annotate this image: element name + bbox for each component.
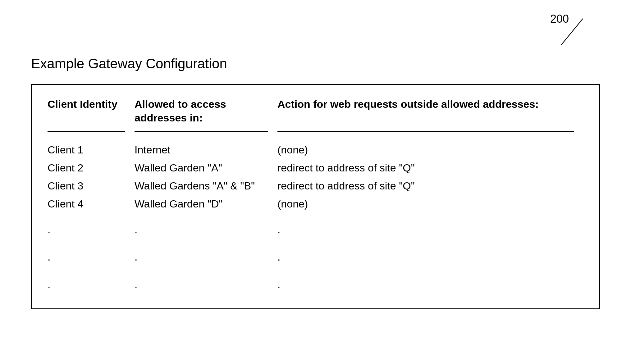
col-action-data: (none) redirect to address of site "Q" r… (277, 141, 583, 213)
table-row: Client 2 (48, 159, 128, 177)
table-header-row: Client Identity Allowed to access addres… (48, 97, 583, 125)
col-client-identity-data: Client 1 Client 2 Client 3 Client 4 (48, 141, 135, 213)
table-row: redirect to address of site "Q" (277, 159, 577, 177)
continuation-dots-2: · · · (48, 250, 583, 268)
dot-col3-2: · (277, 250, 583, 268)
dot-col1-3: · (48, 278, 135, 296)
table-row: (none) (277, 195, 577, 213)
table-body: Client 1 Client 2 Client 3 Client 4 Inte… (48, 141, 583, 213)
table-row: redirect to address of site "Q" (277, 177, 577, 195)
col-header-action: Action for web requests outside allowed … (277, 97, 583, 125)
table-row: Internet (135, 141, 271, 159)
dot-col1-2: · (48, 250, 135, 268)
dot-col2-2: · (135, 250, 277, 268)
divider-col2 (135, 131, 268, 132)
dot-col3-1: · (277, 222, 583, 241)
col-header-allowed-access: Allowed to access addresses in: (135, 97, 277, 125)
figure-reference-line (552, 16, 586, 50)
gateway-config-table: Client Identity Allowed to access addres… (31, 84, 600, 309)
dot-col2-3: · (135, 278, 277, 296)
table-row: Client 1 (48, 141, 128, 159)
table-row: Client 3 (48, 177, 128, 195)
dot-col1-1: · (48, 222, 135, 241)
divider-col1 (48, 131, 125, 132)
continuation-dots-1: · · · (48, 222, 583, 241)
table-row: Walled Garden "D" (135, 195, 271, 213)
col-allowed-data: Internet Walled Garden "A" Walled Garden… (135, 141, 277, 213)
table-dividers (48, 131, 583, 132)
col-header-client-identity: Client Identity (48, 97, 135, 125)
dot-col3-3: · (277, 278, 583, 296)
page-container: 200 Example Gateway Configuration Client… (0, 0, 631, 364)
table-row: Client 4 (48, 195, 128, 213)
table-row: Walled Garden "A" (135, 159, 271, 177)
table-row: (none) (277, 141, 577, 159)
divider-col3 (277, 131, 574, 132)
dot-col2-1: · (135, 222, 277, 241)
continuation-dots-3: · · · (48, 278, 583, 296)
table-row: Walled Gardens "A" & "B" (135, 177, 271, 195)
page-title: Example Gateway Configuration (31, 56, 606, 71)
svg-line-0 (561, 19, 583, 45)
